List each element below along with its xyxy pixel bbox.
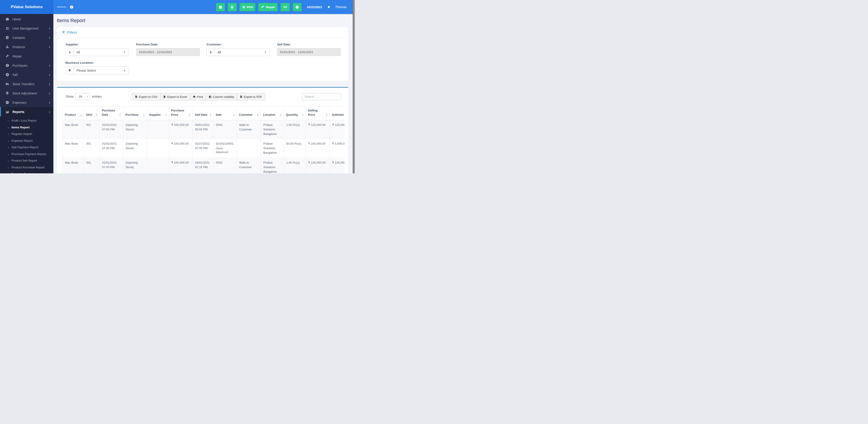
column-header-location[interactable]: Location [261, 107, 284, 120]
user-menu[interactable]: Thomas [335, 5, 347, 9]
pos-button-label: POS [247, 5, 253, 9]
print-button[interactable]: Print [190, 93, 206, 100]
sort-icon [233, 113, 235, 117]
sidebar-item-stock-transfers[interactable]: Stock Transfers ‹ [0, 79, 53, 89]
submenu-item-profit-loss-report[interactable]: →Profit / Loss Report [0, 117, 53, 124]
cell-location: PValue Solutions Bangalore [261, 139, 284, 158]
sidebar-item-home[interactable]: Home [0, 14, 53, 24]
items-report-table: Product SKU Purchase Date Purchase Suppl… [62, 106, 344, 173]
export-button-group: Export to CSV x Export to Excel Print Co… [132, 93, 265, 100]
purchase-date-input[interactable] [136, 48, 200, 56]
column-header-sell-date[interactable]: Sell Date [193, 107, 214, 120]
page-length-value: 25 [79, 95, 82, 98]
cell-location: PValue Solutions Bangalore [261, 120, 284, 139]
sidebar-item-products[interactable]: Products ‹ [0, 42, 53, 52]
column-header-selling-price[interactable]: Selling Price [306, 107, 330, 120]
column-header-purchase[interactable]: Purchase [123, 107, 147, 120]
topbar: PValue Solutions POS Repair [0, 0, 355, 14]
cell-product: Mac Book [63, 120, 84, 139]
app-window: PValue Solutions POS Repair [0, 0, 355, 173]
topbar-right-cluster: POS Repair ? 03/22/2021 Thomas [213, 3, 355, 11]
column-header-sku[interactable]: SKU [84, 107, 100, 120]
supplier-select[interactable]: All ▼ [66, 48, 129, 56]
submenu-item-product-purchase-report[interactable]: →Product Purchase Report [0, 164, 53, 171]
table-search-input[interactable] [302, 93, 341, 100]
sidebar-item-reports[interactable]: Reports ‹ [0, 107, 53, 117]
cell-sku: 001 [84, 158, 100, 173]
cell-quantity: 50.00 Pc(s) [284, 139, 306, 158]
filters-title: Filters [67, 31, 77, 35]
brand-logo[interactable]: PValue Solutions [0, 0, 53, 14]
calendar-button[interactable] [216, 3, 225, 11]
submenu-item-register-report[interactable]: →Register Report [0, 131, 53, 137]
column-header-product[interactable]: Product [63, 107, 84, 120]
help-button[interactable]: ? [293, 3, 302, 11]
supplier-select-value: All [74, 48, 123, 56]
cell-purchase: (Opening Stock) [123, 120, 147, 139]
sidebar-item-label: Reports [12, 110, 49, 114]
export-pdf-button[interactable]: Export to PDF [237, 93, 266, 100]
table-scroll-area[interactable]: Product SKU Purchase Date Purchase Suppl… [62, 106, 344, 173]
column-header-customer[interactable]: Customer [237, 107, 261, 120]
export-csv-button[interactable]: Export to CSV [132, 93, 160, 100]
sort-icon [165, 113, 167, 117]
notifications-bell-icon[interactable] [327, 5, 331, 9]
column-header-purchase-date[interactable]: Purchase Date [100, 107, 123, 120]
column-visibility-button[interactable]: Column visibility [206, 93, 237, 100]
sidebar-item-expenses[interactable]: Expenses ‹ [0, 98, 53, 107]
column-header-supplier[interactable]: Supplier [147, 107, 169, 120]
submenu-item-product-sell-report[interactable]: →Product Sell Report [0, 157, 53, 164]
sidebar-item-purchases[interactable]: Purchases ‹ [0, 61, 53, 70]
calculator-button[interactable] [228, 3, 237, 11]
column-header-purchase-price[interactable]: Purchase Price [169, 107, 193, 120]
sidebar-item-user-management[interactable]: User Management ‹ [0, 24, 53, 33]
cell-purchase-price: ₹ 100,000.00 [169, 158, 193, 173]
active-indicator [0, 107, 1, 117]
page-length-select[interactable]: 25 ˅ [75, 93, 90, 100]
hamburger-menu-icon[interactable] [57, 6, 66, 8]
arrow-right-icon: → [7, 126, 10, 129]
sidebar-item-repair[interactable]: Repair [0, 52, 53, 61]
cell-customer: Walk-In Customer [237, 158, 261, 173]
submenu-item-expense-report[interactable]: →Expense Report [0, 137, 53, 144]
cell-purchase-price: ₹ 100,000.00 [169, 139, 193, 158]
arrow-right-icon: → [7, 139, 10, 142]
table-row: Mac Book 001 01/01/2021 07:00 PM (Openin… [63, 139, 345, 158]
vertical-scrollbar[interactable] [353, 0, 355, 173]
cell-sale: SA2021/0001(Stock Adjustment [214, 139, 237, 158]
sidebar-item-contacts[interactable]: Contacts ‹ [0, 33, 53, 42]
customer-select[interactable]: All ▼ [207, 48, 270, 56]
column-header-sale[interactable]: Sale [214, 107, 237, 120]
submenu-item-items-report[interactable]: →Items Report [0, 124, 53, 131]
current-date: 03/22/2021 [307, 5, 322, 9]
table-header-row: Product SKU Purchase Date Purchase Suppl… [63, 107, 345, 120]
sidebar-item-sell[interactable]: Sell ‹ [0, 70, 53, 79]
filters-header[interactable]: Filters [57, 27, 348, 38]
sidebar-item-label: Stock Adjustment [12, 92, 49, 95]
cell-sale: 0002 [214, 158, 237, 173]
submenu-item-purchase-payment-report[interactable]: →Purchase Payment Report [0, 151, 53, 158]
caret-down-icon: ▼ [264, 48, 270, 56]
export-excel-button[interactable]: x Export to Excel [160, 93, 190, 100]
sidebar-item-label: Home [12, 18, 50, 21]
repair-button[interactable]: Repair [258, 3, 277, 11]
column-header-subtotal[interactable]: Subtotal [330, 107, 345, 120]
submenu-item-sell-payment-report[interactable]: →Sell Payment Report [0, 144, 53, 151]
arrow-right-icon: → [7, 166, 10, 169]
cell-purchase-date: 01/01/2021 07:00 PM [100, 139, 123, 158]
submenu-item-trending-products[interactable]: →Trending Products [0, 171, 53, 173]
sell-date-input[interactable] [277, 48, 341, 56]
sidebar-item-label: Contacts [12, 36, 49, 39]
sort-icon [210, 113, 211, 117]
chevron-left-icon: ‹ [49, 101, 50, 104]
info-circle-icon[interactable] [70, 5, 73, 9]
pos-button[interactable]: POS [240, 3, 255, 11]
cell-quantity: 1.00 Pc(s) [284, 120, 306, 139]
cash-register-button[interactable] [280, 3, 290, 11]
database-icon [5, 91, 9, 95]
business-location-select[interactable]: Please Select ▼ [66, 66, 129, 74]
sidebar-item-stock-adjustment[interactable]: Stock Adjustment ‹ [0, 89, 53, 98]
column-header-quantity[interactable]: Quantity [284, 107, 306, 120]
sort-icon [189, 113, 190, 117]
columns-icon [209, 95, 212, 98]
